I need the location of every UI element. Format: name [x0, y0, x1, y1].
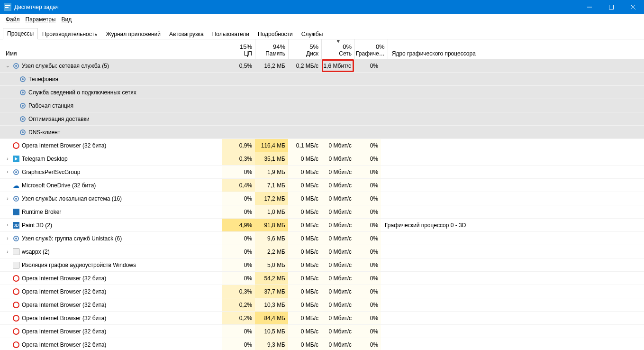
- menu-file[interactable]: Файл: [3, 15, 23, 24]
- process-child-row[interactable]: Оптимизация доставки: [0, 112, 644, 126]
- tab-services[interactable]: Службы: [297, 28, 327, 39]
- process-row[interactable]: ›Opera Internet Browser (32 бита)0,2%84,…: [0, 312, 644, 325]
- tab-processes[interactable]: Процессы: [3, 28, 38, 39]
- expand-icon[interactable]: ›: [5, 236, 10, 241]
- cell-gpu: 0%: [354, 285, 381, 298]
- col-gpu[interactable]: 0% Графиче…: [354, 39, 388, 59]
- menu-options[interactable]: Параметры: [23, 15, 59, 24]
- cell-disk: 0 МБ/с: [288, 258, 321, 271]
- onedrive-icon: ☁: [12, 182, 20, 189]
- gear-icon: [19, 102, 27, 110]
- cell-network: 0 Мбит/с: [321, 338, 354, 350]
- tab-performance[interactable]: Производительность: [38, 28, 101, 39]
- col-disk[interactable]: 5% Диск: [288, 39, 321, 59]
- process-name: Узел службы: сетевая служба (5): [22, 63, 109, 69]
- cell-gpu-engine: [381, 192, 644, 205]
- opera-icon: [12, 314, 20, 322]
- expand-icon[interactable]: ›: [5, 169, 10, 175]
- minimize-button[interactable]: [579, 0, 600, 14]
- cell-gpu-engine: Графический процессор 0 - 3D: [381, 219, 644, 231]
- process-row-selected[interactable]: ⌄ Узел службы: сетевая служба (5) 0,5% 1…: [0, 59, 644, 73]
- cell-memory: 1,0 МБ: [255, 205, 288, 218]
- tab-users[interactable]: Пользователи: [208, 28, 254, 39]
- cell-memory: 10,3 МБ: [255, 298, 288, 311]
- cell-gpu-engine: [381, 232, 644, 245]
- process-name: Opera Internet Browser (32 бита): [22, 275, 106, 282]
- process-row[interactable]: ›Opera Internet Browser (32 бита)0,2%10,…: [0, 298, 644, 312]
- cell-disk: 0 МБ/с: [288, 285, 321, 298]
- col-memory[interactable]: 94% Память: [255, 39, 288, 59]
- expand-icon[interactable]: ›: [5, 249, 10, 255]
- process-child-row[interactable]: Телефония: [0, 73, 644, 86]
- col-gpu-engine[interactable]: Ядро графического процессора: [388, 39, 644, 59]
- process-row[interactable]: ›wsappx (2)0%2,2 МБ0 МБ/с0 Мбит/с0%: [0, 245, 644, 258]
- tab-startup[interactable]: Автозагрузка: [165, 28, 208, 39]
- process-name: Opera Internet Browser (32 бита): [22, 302, 106, 308]
- cell-gpu: 0%: [354, 59, 381, 72]
- process-row[interactable]: ›Opera Internet Browser (32 бита)0,3%37,…: [0, 285, 644, 298]
- process-row[interactable]: ›Opera Internet Browser (32 бита)0%9,3 М…: [0, 338, 644, 350]
- process-name: Узел службы: локальная система (16): [22, 195, 122, 202]
- cell-disk: 0 МБ/с: [288, 312, 321, 324]
- collapse-icon[interactable]: ⌄: [5, 63, 10, 69]
- cell-cpu: 0%: [222, 232, 255, 245]
- cell-gpu-engine: [381, 272, 644, 285]
- process-row[interactable]: ›Узел службы: локальная система (16)0%17…: [0, 192, 644, 205]
- process-row[interactable]: ›Opera Internet Browser (32 бита)0%54,2 …: [0, 272, 644, 285]
- process-name: Runtime Broker: [22, 209, 61, 215]
- cell-gpu: 0%: [354, 205, 381, 218]
- cell-gpu: 0%: [354, 258, 381, 271]
- process-child-row[interactable]: Служба сведений о подключенных сетях: [0, 86, 644, 99]
- process-name: GraphicsPerfSvcGroup: [22, 169, 80, 175]
- process-row[interactable]: ›3DPaint 3D (2)4,9%91,8 МБ0 МБ/с0 Мбит/с…: [0, 219, 644, 232]
- col-cpu[interactable]: 15% ЦП: [222, 39, 255, 59]
- col-name[interactable]: Имя: [0, 39, 222, 59]
- cell-gpu-engine: [381, 312, 644, 324]
- process-row[interactable]: ›Opera Internet Browser (32 бита)0%10,5 …: [0, 325, 644, 338]
- cell-memory: 91,8 МБ: [255, 219, 288, 231]
- process-row[interactable]: ›Runtime Broker0%1,0 МБ0 МБ/с0 Мбит/с0%: [0, 205, 644, 219]
- titlebar: Диспетчер задач: [0, 0, 644, 14]
- cell-memory: 37,7 МБ: [255, 285, 288, 298]
- tab-details[interactable]: Подробности: [254, 28, 297, 39]
- cell-memory: 2,2 МБ: [255, 245, 288, 258]
- cell-network: 0 Мбит/с: [321, 258, 354, 271]
- process-row[interactable]: ›Telegram Desktop0,3%35,1 МБ0 МБ/с0 Мбит…: [0, 152, 644, 166]
- cell-memory: 10,5 МБ: [255, 325, 288, 338]
- expand-icon[interactable]: ›: [5, 222, 10, 228]
- gear-icon: [12, 235, 20, 242]
- cell-gpu: 0%: [354, 166, 381, 178]
- process-list[interactable]: ⌄ Узел службы: сетевая служба (5) 0,5% 1…: [0, 59, 644, 350]
- cell-gpu-engine: [381, 139, 644, 152]
- process-row[interactable]: ›Узел служб: группа служб Unistack (6)0%…: [0, 232, 644, 245]
- process-row[interactable]: ›Изоляция графов аудиоустройств Windows0…: [0, 258, 644, 272]
- close-button[interactable]: [622, 0, 644, 14]
- cell-gpu-engine: [381, 285, 644, 298]
- cell-cpu: 0%: [222, 338, 255, 350]
- process-name: Узел служб: группа служб Unistack (6): [22, 235, 122, 242]
- tab-apphistory[interactable]: Журнал приложений: [102, 28, 165, 39]
- col-network[interactable]: ⯆ 0% Сеть: [321, 39, 354, 59]
- telegram-icon: [12, 155, 20, 163]
- process-child-row[interactable]: DNS-клиент: [0, 126, 644, 139]
- expand-icon[interactable]: ›: [5, 196, 10, 202]
- opera-icon: [12, 288, 20, 295]
- svg-point-8: [15, 65, 17, 67]
- process-child-row[interactable]: Рабочая станция: [0, 99, 644, 112]
- expand-icon[interactable]: ›: [5, 156, 10, 162]
- menu-view[interactable]: Вид: [58, 15, 74, 24]
- gear-icon: [12, 62, 20, 70]
- process-row[interactable]: ›☁Microsoft OneDrive (32 бита)0,4%7,1 МБ…: [0, 179, 644, 192]
- process-row[interactable]: ›Opera Internet Browser (32 бита)0,9%116…: [0, 139, 644, 152]
- cell-gpu-engine: [381, 325, 644, 338]
- process-name: Opera Internet Browser (32 бита): [22, 288, 106, 295]
- maximize-button[interactable]: [600, 0, 622, 14]
- column-headers: Имя 15% ЦП 94% Память 5% Диск ⯆ 0% Сеть …: [0, 39, 644, 59]
- svg-point-16: [22, 118, 24, 120]
- opera-icon: [12, 328, 20, 335]
- cell-network: 0 Мбит/с: [321, 232, 354, 245]
- cell-network: 0 Мбит/с: [321, 272, 354, 285]
- cell-disk: 0 МБ/с: [288, 219, 321, 231]
- process-row[interactable]: ›GraphicsPerfSvcGroup0%1,9 МБ0 МБ/с0 Мби…: [0, 166, 644, 179]
- cell-memory: 17,2 МБ: [255, 192, 288, 205]
